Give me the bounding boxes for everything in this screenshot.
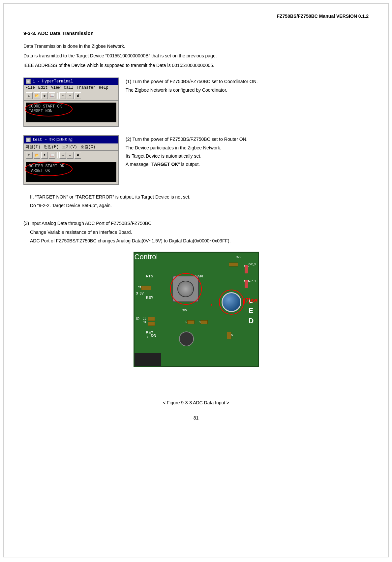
toolbar-book[interactable]: 📖: [49, 92, 55, 99]
comp-r20: [229, 263, 238, 266]
terminal-2-titlebar: ⊞ test – 하이퍼터미널: [24, 136, 118, 143]
terminal-line-2: TARGET NON: [29, 109, 114, 113]
arrow-7: ⟵: [211, 301, 218, 308]
terminal2-line-1: ROUTER START OK: [29, 164, 114, 169]
menu-call[interactable]: Call: [64, 85, 73, 90]
comp-c5: [227, 332, 231, 339]
if-note-1: If, “TARGET NON” or “TARGET ERROR” is ou…: [30, 193, 369, 201]
toolbar2-open[interactable]: 📂: [34, 152, 40, 159]
terminal-2-title: test – 하이퍼터미널: [33, 137, 73, 142]
step3-line-2: Change Variable resistance of an Interfa…: [30, 229, 369, 236]
toolbar-recv[interactable]: ⇐: [67, 92, 74, 99]
step2-desc-4: A message "TARGET OK" is output.: [126, 160, 248, 169]
c2-label: C2R1: [143, 317, 147, 324]
menu-edit[interactable]: Edit: [38, 85, 48, 90]
page-header: FZ750BS/FZ750BC Manual VERSION 0.1.2: [23, 14, 369, 20]
comp-c3: [187, 320, 195, 324]
step1-block: ⊞ 1 - HyperTerminal File Edit View Call …: [23, 78, 369, 127]
menu-file[interactable]: File: [25, 85, 35, 90]
menu-transfer[interactable]: Transfer: [76, 85, 96, 90]
connector-block: [135, 353, 161, 366]
comp-r1: [148, 322, 155, 326]
toolbar2-send[interactable]: ⇒: [59, 152, 66, 159]
step3-line-1: (3) Input Analog Data through ADC Port o…: [23, 220, 369, 228]
toolbar-open[interactable]: 📂: [34, 92, 40, 99]
step3-line-3: ADC Port of FZ750BS/FZ750BC changes Anal…: [30, 237, 369, 245]
intro-block: Data Transmission is done in the Zigbee …: [23, 43, 369, 69]
menu-view[interactable]: View: [51, 85, 61, 90]
header-title: FZ750BS/FZ750BC Manual VERSION 0.1.2: [277, 14, 369, 19]
page-number: 81: [23, 415, 369, 421]
intro-text-3: IEEE ADDRESS of the Device which is supp…: [23, 62, 369, 70]
menu-view-kr[interactable]: 보기(V): [62, 144, 77, 150]
terminal-2: ⊞ test – 하이퍼터미널 파일(F) 편집(E) 보기(V) 호출(C) …: [23, 135, 119, 185]
terminal-2-content: ROUTER START OK TARGET OK: [26, 162, 116, 182]
step2-block: ⊞ test – 하이퍼터미널 파일(F) 편집(E) 보기(V) 호출(C) …: [23, 135, 369, 185]
toolbar-sep-1: [57, 93, 58, 99]
toolbar2-prop[interactable]: 🖩: [75, 152, 81, 159]
menu-edit-kr[interactable]: 편집(E): [44, 144, 59, 150]
switch-highlight: [170, 273, 202, 305]
sw-label: SW: [182, 309, 187, 312]
terminal-1-content: COORD START OK TARGET NON: [26, 103, 116, 122]
step3-block: (3) Input Analog Data through ADC Port o…: [23, 220, 369, 245]
toolbar2-phone[interactable]: ☎: [41, 152, 48, 159]
io-label: IO: [136, 317, 140, 321]
menu-help[interactable]: Help: [99, 85, 108, 90]
comp-c2: [148, 317, 155, 321]
terminal-1-title: 1 - HyperTerminal: [33, 79, 73, 84]
terminal-1: ⊞ 1 - HyperTerminal File Edit View Call …: [23, 78, 119, 127]
step1-description: (1) Turn the power of FZ750BS/FZ750BC se…: [126, 78, 258, 94]
terminal-1-menubar: File Edit View Call Transfer Help: [24, 85, 118, 91]
figure-caption: < Figure 9-3-3 ADC Data Input >: [163, 400, 229, 405]
terminal-icon: ⊞: [26, 79, 31, 84]
terminal-2-toolbar: □ 📂 ☎ 📖 ⇒ ⇐ 🖩: [24, 151, 118, 160]
terminal-1-titlebar: ⊞ 1 - HyperTerminal: [24, 78, 118, 85]
menu-file-kr[interactable]: 파일(F): [25, 144, 41, 150]
toolbar-send[interactable]: ⇒: [59, 92, 66, 99]
terminal-2-menubar: 파일(F) 편집(E) 보기(V) 호출(C): [24, 143, 118, 151]
step2-desc-3: Its Target Device is automatically set.: [126, 152, 248, 160]
figure-block: Control RTS SEN KEY KEY 3_3V ⟵ ON: [23, 252, 369, 405]
toolbar2-book[interactable]: 📖: [49, 152, 55, 159]
rts-label: RTS: [146, 274, 153, 278]
step2-description: (2) Turn the power of FZ750BS/FZ750BC se…: [126, 135, 248, 169]
led-r19: [245, 265, 248, 273]
toolbar2-recv[interactable]: ⇐: [67, 152, 74, 159]
toolbar2-sep-1: [57, 152, 58, 158]
terminal-2-icon: ⊞: [26, 138, 31, 142]
gp5-label: GP_5: [248, 263, 256, 266]
intro-text-1: Data Transmission is done in the Zigbee …: [23, 43, 369, 50]
toolbar-phone[interactable]: ☎: [41, 92, 48, 99]
step1-desc-2: The Zigbee Network is configured by Coor…: [126, 86, 258, 94]
circuit-board: Control RTS SEN KEY KEY 3_3V ⟵ ON: [134, 252, 259, 367]
key-label-1: KEY: [146, 296, 154, 299]
vr-highlight: [219, 290, 244, 315]
select-vr-label: (7)select VR: [243, 297, 258, 304]
comp-r11: [141, 286, 151, 290]
terminal-1-toolbar: □ 📂 ☎ 📖 ⇒ ⇐ 🖩: [24, 91, 118, 101]
if-note-2: Do “9-2-2. Target Device Set-up”, again.: [30, 202, 369, 210]
toolbar-new[interactable]: □: [26, 92, 33, 99]
menu-exit-kr[interactable]: 호출(C): [80, 144, 96, 150]
led-r18: [245, 280, 248, 288]
step2-desc-2: The Device participates in the Zigbee Ne…: [126, 144, 248, 152]
gp4-label: GP_4: [248, 279, 256, 282]
r20-label: R20: [236, 255, 241, 259]
three-v-label: 3_3V: [136, 292, 144, 295]
if-notes: If, “TARGET NON” or “TARGET ERROR” is ou…: [30, 193, 369, 209]
intro-text-2: Data is transmitted to the Target Device…: [23, 52, 369, 60]
on-label: ON: [151, 333, 157, 337]
target-ok-bold: TARGET OK: [151, 162, 178, 167]
step1-desc-1: (1) Turn the power of FZ750BS/FZ750BC se…: [126, 78, 258, 86]
terminal2-line-2: TARGET OK: [29, 169, 114, 173]
key-button: [179, 331, 194, 346]
step2-desc-1: (2) Turn the power of FZ750BS/FZ750BC se…: [126, 135, 248, 143]
comp-r12: [200, 320, 208, 324]
toolbar-prop[interactable]: 🖩: [75, 92, 81, 99]
terminal-line-1: COORD START OK: [29, 104, 114, 109]
toolbar2-new[interactable]: □: [26, 152, 33, 159]
section-title: 9-3-3. ADC Data Transmission: [23, 30, 369, 36]
